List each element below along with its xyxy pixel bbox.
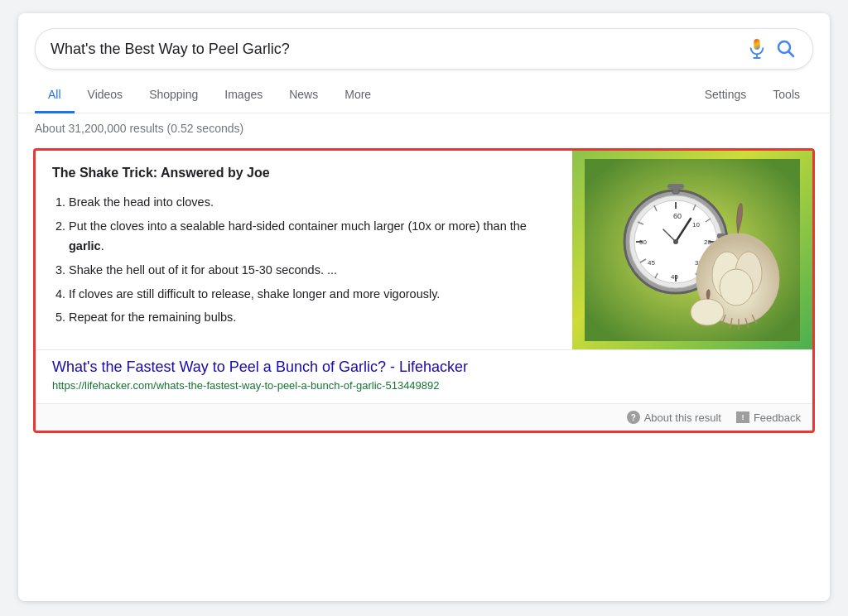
svg-rect-0: [754, 39, 759, 50]
feedback-action[interactable]: ! Feedback: [736, 411, 801, 424]
tab-news[interactable]: News: [276, 78, 331, 113]
search-box: [35, 28, 813, 70]
results-count: About 31,200,000 results (0.52 seconds): [18, 113, 830, 142]
svg-rect-32: [667, 184, 684, 189]
featured-content: The Shake Trick: Answered by Joe Break t…: [36, 151, 812, 349]
tab-all[interactable]: All: [35, 78, 75, 113]
nav-tabs: All Videos Shopping Images News More Set…: [18, 78, 830, 113]
tab-more[interactable]: More: [331, 78, 384, 113]
about-result-label: About this result: [644, 411, 721, 424]
search-input[interactable]: [51, 41, 740, 58]
featured-footer: ? About this result ! Feedback: [36, 403, 812, 431]
about-icon: ?: [627, 411, 640, 424]
featured-steps-list: Break the head into cloves. Put the clov…: [69, 192, 556, 328]
svg-text:10: 10: [692, 221, 700, 229]
feedback-label: Feedback: [754, 411, 801, 424]
tab-shopping[interactable]: Shopping: [136, 78, 211, 113]
list-item: Shake the hell out of it for about 15-30…: [69, 260, 556, 281]
tab-images[interactable]: Images: [211, 78, 276, 113]
search-results-page: All Videos Shopping Images News More Set…: [18, 13, 830, 601]
svg-text:50: 50: [639, 238, 647, 246]
svg-text:45: 45: [648, 259, 655, 267]
featured-link-title[interactable]: What's the Fastest Way to Peel a Bunch o…: [52, 359, 796, 376]
list-item: Break the head into cloves.: [69, 192, 556, 213]
about-result-action[interactable]: ? About this result: [627, 411, 721, 424]
featured-link-url: https://lifehacker.com/whats-the-fastest…: [52, 379, 796, 392]
featured-snippet-box: The Shake Trick: Answered by Joe Break t…: [33, 148, 815, 433]
feedback-icon: !: [736, 411, 749, 423]
svg-text:60: 60: [673, 212, 682, 220]
tab-settings[interactable]: Settings: [691, 78, 760, 113]
list-item: If cloves are still difficult to release…: [69, 284, 556, 305]
search-button[interactable]: [774, 37, 797, 60]
svg-point-38: [691, 299, 724, 325]
tab-tools[interactable]: Tools: [759, 78, 813, 113]
svg-text:40: 40: [671, 273, 678, 281]
garlic-illustration: 60 10 20 30 40 45 50: [572, 151, 812, 349]
svg-point-30: [673, 239, 678, 244]
list-item: Repeat for the remaining bulbs.: [69, 307, 556, 328]
tab-videos[interactable]: Videos: [75, 78, 137, 113]
featured-image: 60 10 20 30 40 45 50: [572, 151, 812, 349]
svg-line-4: [789, 52, 794, 57]
svg-point-37: [720, 269, 753, 306]
featured-text-area: The Shake Trick: Answered by Joe Break t…: [36, 151, 572, 349]
microphone-icon[interactable]: [748, 38, 766, 60]
search-bar-row: [18, 13, 830, 78]
featured-title: The Shake Trick: Answered by Joe: [52, 166, 556, 180]
featured-link-area: What's the Fastest Way to Peel a Bunch o…: [36, 349, 812, 403]
list-item: Put the cloves into a sealable hard-side…: [69, 216, 556, 257]
